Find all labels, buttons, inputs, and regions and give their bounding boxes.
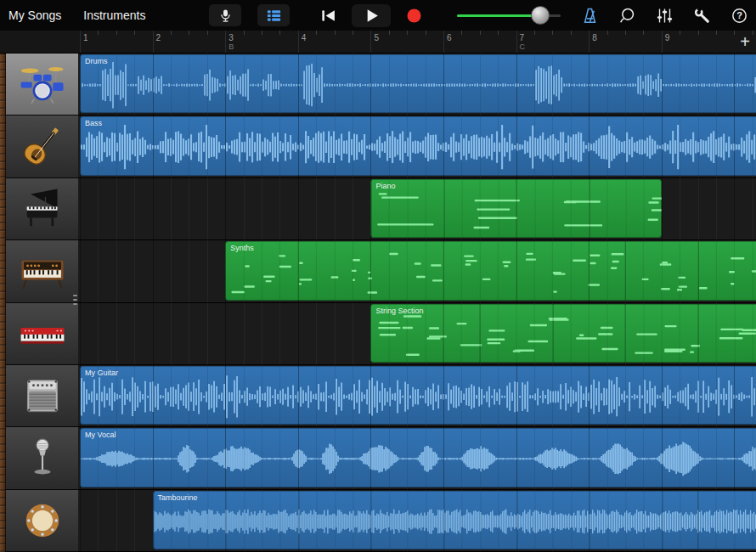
loop-browser-icon xyxy=(618,7,636,25)
region-label: Bass xyxy=(85,119,102,127)
wrench-icon xyxy=(693,7,711,25)
ruler-bar-number: 1 xyxy=(83,33,88,42)
region-piano[interactable]: Piano xyxy=(370,179,661,238)
metronome-button[interactable] xyxy=(581,7,599,25)
track-header-my-vocal[interactable] xyxy=(0,427,78,489)
region-drums[interactable]: Drums xyxy=(80,54,756,113)
track-header-drums[interactable] xyxy=(0,54,78,115)
ruler-bar-number: 4 xyxy=(302,33,307,42)
help-icon: ? xyxy=(731,7,748,25)
mixer-button[interactable] xyxy=(656,7,674,25)
ruler-section-marker: B xyxy=(228,42,234,51)
volume-knob[interactable] xyxy=(531,6,550,25)
rewind-icon xyxy=(319,7,337,25)
microphone-icon xyxy=(217,8,234,24)
instruments-button[interactable]: Instruments xyxy=(83,8,145,22)
ruler-bar-number: 3 xyxy=(228,33,234,42)
settings-button[interactable] xyxy=(693,7,711,25)
track-lanes: DrumsBassPianoSynthsString SectionMy Gui… xyxy=(78,54,756,552)
toolbar-left-group: My Songs Instruments xyxy=(8,0,145,31)
track-header-my-guitar[interactable] xyxy=(0,365,78,427)
track-header-synths[interactable] xyxy=(0,240,78,302)
region-tambourine[interactable]: Tambourine xyxy=(153,491,756,549)
track-header-bass[interactable] xyxy=(0,115,78,177)
track-header-tambourine[interactable] xyxy=(0,490,78,552)
track-lane-tambourine[interactable]: Tambourine xyxy=(78,490,756,552)
track-header-string-section[interactable] xyxy=(0,303,78,365)
region-label: Drums xyxy=(85,57,108,65)
region-my-guitar[interactable]: My Guitar xyxy=(80,366,756,425)
ruler-section-marker: C xyxy=(520,42,526,51)
ruler-bar-tick xyxy=(443,31,444,53)
region-label: Piano xyxy=(375,182,395,190)
drum-kit-icon xyxy=(19,60,66,108)
metronome-icon xyxy=(581,7,599,25)
view-switch-group xyxy=(209,4,290,26)
track-lane-drums[interactable]: Drums xyxy=(78,54,756,115)
toolbar-right-group: ? xyxy=(581,0,748,31)
bass-guitar-icon xyxy=(19,123,66,171)
transport-controls xyxy=(319,0,423,31)
toolbar: My Songs Instruments xyxy=(0,0,756,31)
ruler-bar-tick xyxy=(516,31,517,53)
help-button[interactable]: ? xyxy=(731,7,748,25)
track-lane-piano[interactable]: Piano xyxy=(78,178,756,240)
ruler-bar-number: 8 xyxy=(592,33,597,42)
region-synths[interactable]: Synths xyxy=(225,241,756,300)
guitar-amp-icon xyxy=(19,372,66,420)
region-bass[interactable]: Bass xyxy=(80,116,756,175)
region-string-section[interactable]: String Section xyxy=(370,304,756,363)
play-icon xyxy=(363,7,381,25)
region-my-vocal[interactable]: My Vocal xyxy=(80,428,756,487)
ruler-bar-tick xyxy=(80,31,81,53)
loop-browser-button[interactable] xyxy=(618,7,636,25)
ruler-bar-number: 7 xyxy=(520,33,525,42)
track-lane-bass[interactable]: Bass xyxy=(78,115,756,177)
ruler-bar-number: 2 xyxy=(156,33,161,42)
red-keyboard-icon xyxy=(19,310,66,358)
timeline-ruler[interactable]: 123B4567C89 + xyxy=(0,31,756,54)
ruler-bar-tick xyxy=(662,31,663,53)
region-label: Tambourine xyxy=(158,493,198,502)
volume-fill xyxy=(457,14,540,17)
ruler-bar-number: 6 xyxy=(447,33,452,42)
ruler-bar-tick xyxy=(370,31,371,53)
my-songs-button[interactable]: My Songs xyxy=(8,8,61,22)
play-button[interactable] xyxy=(352,4,391,27)
record-audio-view-button[interactable] xyxy=(209,4,241,26)
ruler-bar-tick xyxy=(589,31,590,53)
region-label: Synths xyxy=(230,244,254,252)
volume-slider[interactable] xyxy=(457,0,561,31)
region-label: My Guitar xyxy=(85,369,118,377)
level-sliders-icon xyxy=(656,7,674,25)
ruler-bar-tick xyxy=(225,31,226,53)
vintage-synth-icon xyxy=(19,247,66,295)
tambourine-icon xyxy=(19,497,66,544)
tracks-view-button[interactable] xyxy=(257,4,290,26)
tracks-view-icon xyxy=(266,8,282,24)
rewind-button[interactable] xyxy=(319,7,337,25)
record-button[interactable] xyxy=(405,7,423,25)
track-headers xyxy=(0,54,78,552)
track-header-resize-handle[interactable] xyxy=(71,290,79,310)
region-label: My Vocal xyxy=(85,431,116,439)
wood-trim xyxy=(0,54,6,552)
track-lane-my-vocal[interactable]: My Vocal xyxy=(78,427,756,489)
svg-text:?: ? xyxy=(736,10,742,20)
track-lane-synths[interactable]: Synths xyxy=(78,240,756,302)
ruler-bar-number: 5 xyxy=(374,33,379,42)
garageband-app: My Songs Instruments xyxy=(0,0,756,552)
ruler-bar-tick xyxy=(153,31,154,53)
track-lane-string-section[interactable]: String Section xyxy=(78,303,756,365)
ruler-bar-number: 9 xyxy=(665,33,670,42)
add-bars-button[interactable]: + xyxy=(740,31,750,52)
track-lane-my-guitar[interactable]: My Guitar xyxy=(78,365,756,427)
ruler-beat-ticks xyxy=(80,31,756,35)
grand-piano-icon xyxy=(19,185,66,233)
ruler-bar-tick xyxy=(298,31,299,53)
microphone-stand-icon xyxy=(19,434,66,482)
record-icon xyxy=(405,7,423,25)
region-label: String Section xyxy=(375,307,423,315)
track-header-piano[interactable] xyxy=(0,178,78,240)
